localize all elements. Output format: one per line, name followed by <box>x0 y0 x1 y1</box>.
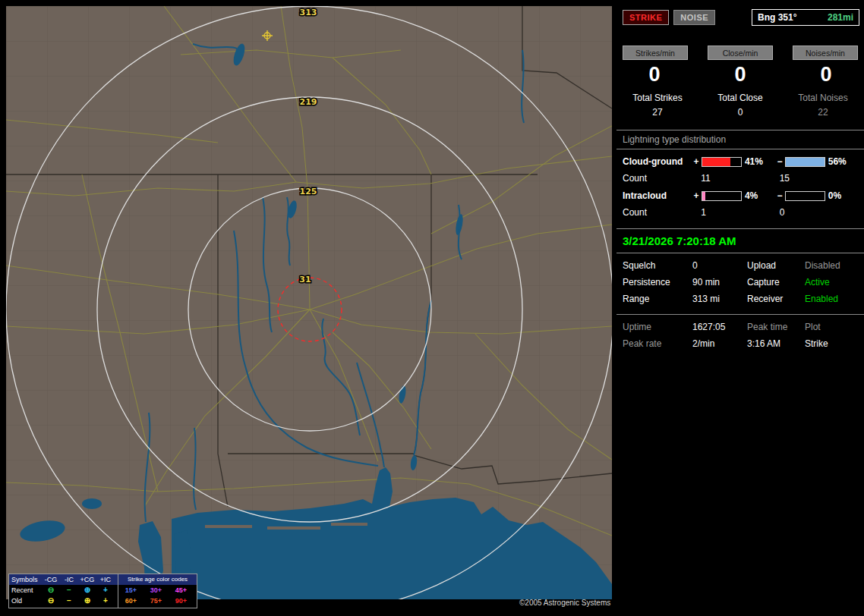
range-label: Range <box>623 294 692 304</box>
ic-plus-pct: 4% <box>742 190 774 201</box>
legend-symbols-header: Symbols <box>9 574 42 585</box>
ic-count-row: Count 1 0 <box>616 207 864 218</box>
legend-symbols-section: Symbols -CG -IC +CG +IC Recent ⊖ − ⊕ + O… <box>9 574 118 608</box>
copyright-text: ©2005 Astrogenic Systems <box>519 599 610 607</box>
total-noises: Total Noises 22 <box>788 93 858 118</box>
recent-neg-cg-icon: ⊖ <box>42 585 60 596</box>
range-value: 313 mi <box>692 294 747 304</box>
ring-label-31: 31 <box>299 275 311 284</box>
legend-col-neg-ic: -IC <box>60 574 78 585</box>
legend-age-section: Strike age color codes 15+ 30+ 45+ 60+ 7… <box>118 574 197 608</box>
total-strikes-value: 27 <box>623 107 692 118</box>
nexstorm-window: 313 219 125 31 Symbols -CG -IC +CG +IC R <box>0 0 864 616</box>
close-per-min-value: 0 <box>708 63 772 86</box>
ic-count-label: Count <box>623 207 701 218</box>
total-noises-value: 22 <box>788 107 858 118</box>
cg-minus-count: 15 <box>780 173 858 184</box>
capture-label: Capture <box>747 277 805 288</box>
map-legend: Symbols -CG -IC +CG +IC Recent ⊖ − ⊕ + O… <box>8 574 197 608</box>
noise-button[interactable]: NOISE <box>673 10 715 25</box>
cg-plus-pct: 41% <box>742 156 774 167</box>
strikes-per-min-value: 0 <box>623 63 686 86</box>
legend-age-header: Strike age color codes <box>118 574 197 585</box>
ic-minus-pct: 0% <box>825 190 858 201</box>
persistence-value: 90 min <box>692 277 747 288</box>
legend-col-neg-cg: -CG <box>42 574 60 585</box>
receiver-label: Receiver <box>747 294 805 304</box>
squelch-label: Squelch <box>623 260 692 271</box>
age-45: 45+ <box>169 585 194 596</box>
cg-plus-count: 11 <box>701 173 779 184</box>
receiver-value: Enabled <box>805 294 858 304</box>
ring-label-313: 313 <box>300 8 317 17</box>
cg-count-row: Count 11 15 <box>616 173 864 184</box>
plot-label: Plot <box>805 322 858 332</box>
upload-value: Disabled <box>805 260 858 271</box>
total-strikes: Total Strikes 27 <box>623 93 692 118</box>
plus-sign: + <box>691 190 702 201</box>
intracloud-row: Intracloud + 4% − 0% <box>616 190 864 201</box>
plus-sign: + <box>691 156 702 167</box>
minus-sign: − <box>774 190 785 201</box>
distribution-title: Lightning type distribution <box>616 130 864 149</box>
bearing-distance: 281mi <box>828 12 853 23</box>
map-svg[interactable]: 313 219 125 31 <box>6 6 612 599</box>
bearing-value: Bng 351° <box>758 12 796 23</box>
persistence-label: Persistence <box>623 277 692 288</box>
plot-value: Strike <box>805 338 858 349</box>
ic-minus-bar <box>785 191 825 201</box>
cloud-ground-row: Cloud-ground + 41% − 56% <box>616 156 864 167</box>
peak-time-value: 3:16 AM <box>747 338 805 349</box>
close-per-min-chip[interactable]: Close/min <box>708 46 773 60</box>
recent-pos-ic-icon: + <box>96 585 115 596</box>
cg-minus-pct: 56% <box>825 156 858 167</box>
bearing-display: Bng 351° 281mi <box>752 9 859 26</box>
cg-count-label: Count <box>623 173 701 184</box>
total-close: Total Close 0 <box>705 93 775 118</box>
old-neg-cg-icon: ⊖ <box>42 596 60 606</box>
age-60: 60+ <box>118 596 143 606</box>
intracloud-label: Intracloud <box>623 190 691 201</box>
peak-rate-value: 2/min <box>692 338 747 349</box>
status-panel: STRIKE NOISE Bng 351° 281mi Strikes/min … <box>616 0 864 616</box>
ring-label-219: 219 <box>300 97 317 107</box>
recent-pos-cg-icon: ⊕ <box>78 585 96 596</box>
ic-minus-count: 0 <box>780 207 858 218</box>
peak-time-label: Peak time <box>747 322 805 332</box>
uptime-value: 1627:05 <box>692 322 747 332</box>
cg-plus-bar <box>702 157 742 167</box>
age-75: 75+ <box>143 596 169 606</box>
total-noises-label: Total Noises <box>788 93 858 103</box>
legend-recent-label: Recent <box>9 585 42 596</box>
ic-plus-bar <box>702 191 742 201</box>
strikes-per-min-chip[interactable]: Strikes/min <box>623 46 688 60</box>
legend-col-pos-ic: +IC <box>96 574 115 585</box>
total-close-value: 0 <box>705 107 775 118</box>
noises-per-min-chip[interactable]: Noises/min <box>793 46 858 60</box>
peak-rate-label: Peak rate <box>623 338 692 349</box>
lightning-map[interactable]: 313 219 125 31 <box>6 6 612 599</box>
age-15: 15+ <box>118 585 143 596</box>
legend-old-label: Old <box>9 596 42 606</box>
upload-label: Upload <box>747 260 805 271</box>
old-pos-ic-icon: + <box>96 596 115 606</box>
datetime-display: 3/21/2026 7:20:18 AM <box>616 228 864 253</box>
cloud-ground-label: Cloud-ground <box>623 156 691 167</box>
cg-minus-bar <box>785 157 825 167</box>
total-strikes-label: Total Strikes <box>623 93 692 103</box>
minus-sign: − <box>774 156 785 167</box>
age-90: 90+ <box>169 596 194 606</box>
uptime-label: Uptime <box>623 322 692 332</box>
capture-value: Active <box>805 277 858 288</box>
total-close-label: Total Close <box>705 93 775 103</box>
strike-button[interactable]: STRIKE <box>623 10 669 25</box>
old-pos-cg-icon: ⊕ <box>78 596 96 606</box>
ic-plus-count: 1 <box>701 207 779 218</box>
squelch-value: 0 <box>692 260 747 271</box>
age-30: 30+ <box>143 585 169 596</box>
old-neg-ic-icon: − <box>60 596 78 606</box>
ring-label-125: 125 <box>300 187 317 196</box>
stats-grid: Uptime 1627:05 Peak time Plot Peak rate … <box>616 315 864 356</box>
recent-neg-ic-icon: − <box>60 585 78 596</box>
noises-per-min-value: 0 <box>794 63 858 86</box>
